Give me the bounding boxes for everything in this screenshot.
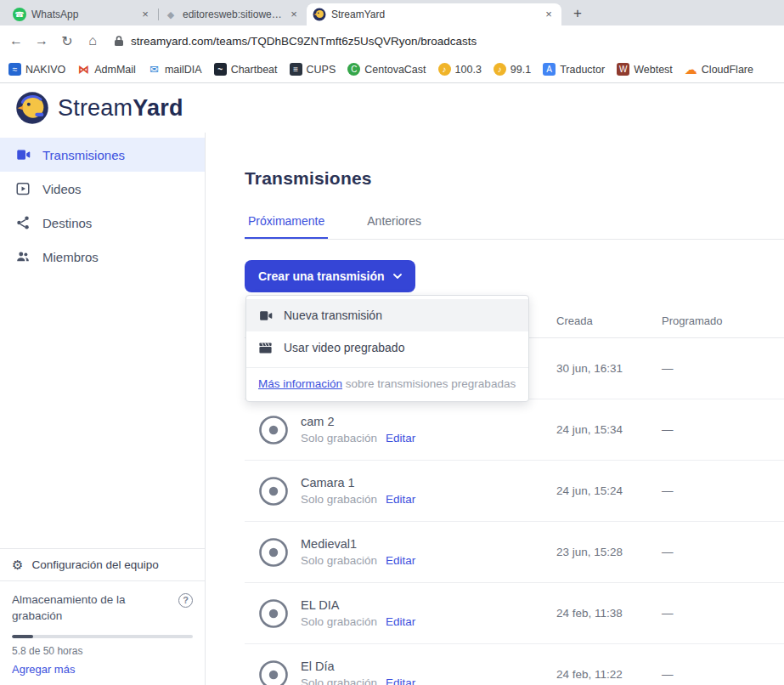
- more-info-link[interactable]: Más información: [258, 377, 342, 390]
- forward-button[interactable]: →: [34, 33, 49, 48]
- sidebar-item-label: Miembros: [42, 250, 99, 264]
- home-button[interactable]: ⌂: [85, 33, 100, 48]
- streamyard-logo-duck-icon[interactable]: [15, 91, 49, 125]
- bookmark-centovacast[interactable]: CCentovaCast: [347, 63, 426, 76]
- new-tab-button[interactable]: +: [567, 3, 589, 25]
- help-icon[interactable]: ?: [178, 593, 193, 608]
- broadcast-subtitle: Solo grabación: [301, 554, 377, 567]
- video-play-icon: [15, 181, 31, 196]
- scheduled-cell: —: [662, 668, 784, 681]
- sidebar-item-destinos[interactable]: Destinos: [0, 206, 205, 240]
- sidebar-item-label: Destinos: [42, 216, 92, 230]
- broadcast-subtitle: Solo grabación: [301, 432, 377, 444]
- scheduled-cell: —: [662, 607, 784, 620]
- scheduled-cell: —: [662, 423, 784, 436]
- address-bar[interactable]: streamyard.com/teams/TQDhBC9ZNTmft6z5UsQ…: [110, 29, 776, 53]
- team-settings-label: Configuración del equipo: [31, 558, 158, 571]
- streamyard-favicon-icon: [313, 8, 326, 21]
- bookmark-label: 99.1: [510, 64, 531, 76]
- edit-link[interactable]: Editar: [386, 554, 415, 567]
- sidebar-item-team-settings[interactable]: ⚙ Configuración del equipo: [0, 548, 205, 580]
- column-programado: Programado: [662, 314, 784, 327]
- close-icon[interactable]: ×: [542, 8, 556, 21]
- broadcast-subtitle: Solo grabación: [301, 615, 377, 628]
- bookmark-favicon-icon: ♪: [494, 63, 506, 76]
- close-icon[interactable]: ×: [138, 8, 152, 21]
- page-title: Transmisiones: [245, 168, 784, 189]
- browser-tab-editoresweb[interactable]: ◆ editoresweb:sitioweb:eldia.co ×: [158, 3, 307, 25]
- tab-title: StreamYard: [331, 8, 537, 20]
- record-icon: [258, 537, 289, 568]
- bookmark-favicon-icon: A: [543, 63, 556, 76]
- create-broadcast-button[interactable]: Crear una transmisión: [245, 260, 415, 292]
- bookmark-label: CloudFlare: [702, 64, 753, 76]
- share-icon: [15, 215, 31, 230]
- record-icon: [258, 415, 289, 445]
- bookmark-maildia[interactable]: ✉mailDIA: [148, 63, 202, 76]
- bookmark-label: NAKIVO: [25, 64, 65, 76]
- menu-item-usar-video-pregrabado[interactable]: Usar video pregrabado: [246, 331, 528, 364]
- broadcast-subtitle: Solo grabación: [301, 677, 377, 685]
- table-row: Medieval1 Solo grabaciónEditar 23 jun, 1…: [245, 522, 784, 583]
- bookmark-label: Chartbeat: [231, 64, 278, 76]
- bookmark-favicon-icon: ☁: [685, 63, 697, 76]
- reload-button[interactable]: ↻: [59, 33, 75, 49]
- storage-title: Almacenamiento de la grabación: [12, 592, 148, 625]
- storage-panel: Almacenamiento de la grabación ? 5.8 de …: [0, 580, 205, 685]
- bookmark-99-1[interactable]: ♪99.1: [494, 63, 531, 76]
- clapperboard-icon: [258, 341, 274, 355]
- bookmark-favicon-icon: ≡: [290, 63, 302, 76]
- tab-title: WhatsApp: [31, 8, 133, 20]
- screen: ☎ WhatsApp × ◆ editoresweb:sitioweb:eldi…: [0, 0, 784, 685]
- scheduled-cell: —: [662, 362, 784, 375]
- close-icon[interactable]: ×: [287, 8, 301, 21]
- bookmark-favicon-icon: C: [347, 63, 360, 76]
- gear-icon: ⚙: [12, 558, 23, 571]
- tab-proximamente[interactable]: Próximamente: [245, 214, 328, 239]
- edit-link[interactable]: Editar: [386, 615, 415, 628]
- browser-tab-whatsapp[interactable]: ☎ WhatsApp ×: [7, 3, 158, 25]
- table-row: EL DIA Solo grabaciónEditar 24 feb, 11:3…: [245, 583, 784, 644]
- record-icon: [258, 598, 289, 629]
- edit-link[interactable]: Editar: [386, 493, 415, 506]
- bookmark-chartbeat[interactable]: ~Chartbeat: [214, 63, 278, 76]
- browser-tab-strip: ☎ WhatsApp × ◆ editoresweb:sitioweb:eldi…: [0, 0, 784, 25]
- created-cell: 24 jun, 15:34: [556, 423, 662, 436]
- menu-more-info: Más información sobre transmisiones preg…: [246, 367, 528, 401]
- bookmark-100-3[interactable]: ♪100.3: [438, 63, 482, 76]
- scheduled-cell: —: [662, 546, 784, 558]
- bookmark-cups[interactable]: ≡CUPS: [290, 63, 336, 76]
- bookmark-admmail[interactable]: ⋈AdmMail: [77, 63, 136, 76]
- create-broadcast-label: Crear una transmisión: [258, 269, 385, 283]
- bookmark-traductor[interactable]: ATraductor: [543, 63, 605, 76]
- bookmark-cloudflare[interactable]: ☁CloudFlare: [685, 63, 753, 76]
- bookmark-label: CentovaCast: [364, 64, 426, 76]
- menu-item-label: Usar video pregrabado: [284, 341, 404, 354]
- browser-tab-streamyard[interactable]: StreamYard ×: [307, 3, 561, 25]
- scheduled-cell: —: [662, 484, 784, 497]
- people-icon: [15, 249, 31, 264]
- bookmark-favicon-icon: ✉: [148, 63, 161, 76]
- edit-link[interactable]: Editar: [386, 677, 415, 685]
- bookmark-nakivo[interactable]: ≈NAKIVO: [8, 63, 65, 76]
- tab-anteriores[interactable]: Anteriores: [364, 214, 425, 239]
- menu-item-nueva-transmision[interactable]: Nueva transmisión: [246, 299, 528, 331]
- sidebar: Transmisiones Videos Destinos: [0, 133, 206, 685]
- bookmark-favicon-icon: W: [617, 63, 629, 76]
- bookmark-webtest[interactable]: WWebtest: [617, 63, 673, 76]
- bookmark-label: AdmMail: [94, 64, 136, 76]
- broadcast-name: Camara 1: [301, 476, 415, 490]
- add-more-link[interactable]: Agregar más: [12, 663, 75, 676]
- broadcast-name: cam 2: [301, 415, 415, 428]
- bookmark-favicon-icon: ♪: [438, 63, 451, 76]
- sidebar-item-miembros[interactable]: Miembros: [0, 240, 205, 274]
- sidebar-item-transmisiones[interactable]: Transmisiones: [0, 138, 205, 172]
- edit-link[interactable]: Editar: [386, 432, 415, 444]
- created-cell: 24 feb, 11:38: [556, 607, 662, 620]
- back-button[interactable]: ←: [8, 33, 24, 48]
- bookmarks-bar: ≈NAKIVO ⋈AdmMail ✉mailDIA ~Chartbeat ≡CU…: [0, 56, 784, 83]
- sidebar-item-videos[interactable]: Videos: [0, 172, 205, 206]
- browser-toolbar: ← → ↻ ⌂ streamyard.com/teams/TQDhBC9ZNTm…: [0, 25, 784, 56]
- created-cell: 24 jun, 15:24: [556, 484, 662, 497]
- bookmark-label: 100.3: [455, 64, 482, 76]
